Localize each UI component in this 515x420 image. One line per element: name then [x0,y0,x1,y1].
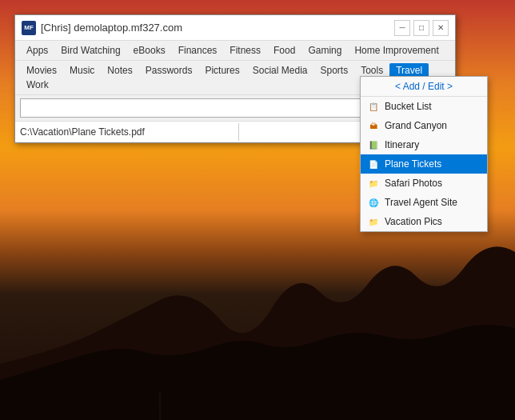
menu-home-improvement[interactable]: Home Improvement [348,43,445,58]
dropdown-item-grand-canyon[interactable]: 🏔 Grand Canyon [361,116,487,135]
menu-bar-row1: Apps Bird Watching eBooks Finances Fitne… [15,41,455,61]
app-logo: MF [22,21,36,35]
dropdown-item-itinerary[interactable]: 📗 Itinerary [361,135,487,154]
menu-movies[interactable]: Movies [20,63,63,78]
dropdown-item-label: Itinerary [385,139,419,150]
dropdown-item-travel-agent-site[interactable]: 🌐 Travel Agent Site [361,193,487,212]
dropdown-item-label: Vacation Pics [385,216,442,227]
menu-sports[interactable]: Sports [313,63,354,78]
safari-photos-icon: 📁 [367,177,380,190]
menu-apps[interactable]: Apps [20,43,54,58]
close-button[interactable]: ✕ [433,20,449,36]
menu-bird-watching[interactable]: Bird Watching [54,43,126,58]
dropdown-item-label: Plane Tickets [385,158,441,170]
menu-fitness[interactable]: Fitness [223,43,267,58]
window-title: [Chris] demolaptop.mf327.com [41,22,394,34]
menu-passwords[interactable]: Passwords [139,63,199,78]
menu-food[interactable]: Food [267,43,301,58]
maximize-button[interactable]: □ [413,20,429,36]
itinerary-icon: 📗 [367,138,380,151]
menu-ebooks[interactable]: eBooks [127,43,172,58]
dropdown-item-label: Safari Photos [385,178,442,189]
menu-notes[interactable]: Notes [101,63,138,78]
dropdown-add-edit[interactable]: < Add / Edit > [361,77,487,97]
dropdown-item-label: Grand Canyon [385,120,447,131]
dropdown-item-bucket-list[interactable]: 📋 Bucket List [361,97,487,116]
minimize-button[interactable]: ─ [394,20,410,36]
menu-pictures[interactable]: Pictures [198,63,246,78]
plane-tickets-icon: 📄 [367,158,380,170]
grand-canyon-icon: 🏔 [367,119,380,132]
mountain-silhouette [0,220,515,420]
dropdown-item-vacation-pics[interactable]: 📁 Vacation Pics [361,212,487,231]
travel-agent-icon: 🌐 [367,196,380,209]
menu-social-media[interactable]: Social Media [246,63,314,78]
file-path: C:\Vacation\Plane Tickets.pdf [15,123,239,141]
menu-gaming[interactable]: Gaming [301,43,348,58]
title-bar: MF [Chris] demolaptop.mf327.com ─ □ ✕ [15,15,455,41]
dropdown-item-label: Bucket List [385,101,432,112]
window-controls: ─ □ ✕ [394,20,449,36]
bucket-list-icon: 📋 [367,100,380,113]
address-input[interactable] [20,98,397,118]
menu-music[interactable]: Music [63,63,101,78]
dropdown-item-label: Travel Agent Site [385,197,457,208]
menu-work[interactable]: Work [20,78,55,92]
vacation-pics-icon: 📁 [367,215,380,228]
travel-dropdown: < Add / Edit > 📋 Bucket List 🏔 Grand Can… [360,76,488,232]
menu-finances[interactable]: Finances [172,43,224,58]
dropdown-item-safari-photos[interactable]: 📁 Safari Photos [361,174,487,193]
dropdown-item-plane-tickets[interactable]: 📄 Plane Tickets [361,154,487,174]
